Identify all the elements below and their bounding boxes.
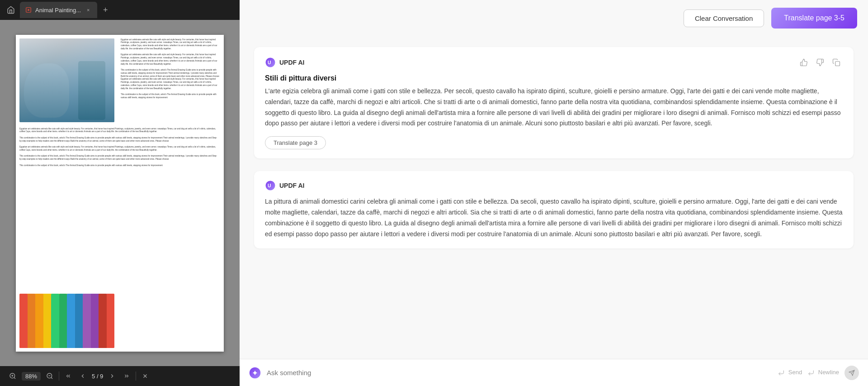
last-page-button[interactable] <box>121 371 132 381</box>
pdf-page: Egyptian art celebrates animals like cat… <box>16 35 224 352</box>
send-button[interactable] <box>844 366 859 380</box>
zoom-out-button[interactable] <box>44 371 55 381</box>
newline-shortcut: Newline <box>807 369 839 376</box>
updf-logo-icon: U <box>265 57 276 68</box>
pdf-toolbar: 88% 5 / 9 <box>0 366 240 386</box>
chat-message-1: U UPDF AI <box>254 47 854 158</box>
zoom-in-button[interactable] <box>7 371 18 381</box>
pdf-text-bottom: Egyptian art celebrates animals like cat… <box>19 128 218 167</box>
divider-1 <box>59 372 59 381</box>
updf-logo-2: U UPDF AI <box>265 180 304 191</box>
tab-label: Animal Painting... <box>35 7 81 14</box>
first-page-button[interactable] <box>63 371 74 381</box>
message-body-2: La pittura di animali domestici carini c… <box>265 196 843 239</box>
pdf-viewport: Egyptian art celebrates animals like cat… <box>0 20 240 366</box>
message-actions-1 <box>797 56 843 69</box>
send-shortcut: Send <box>778 369 802 376</box>
close-button[interactable] <box>140 371 151 381</box>
svg-line-4 <box>14 377 15 379</box>
zoom-level[interactable]: 88% <box>22 372 41 381</box>
add-tab-button[interactable]: + <box>99 4 112 16</box>
thumbs-up-button-1[interactable] <box>797 56 810 69</box>
pdf-image-top <box>19 38 114 122</box>
chat-input-field[interactable] <box>267 369 772 376</box>
updf-sender-label-2: UPDF AI <box>279 182 304 189</box>
chat-header: Clear Conversation Translate page 3-5 <box>240 0 868 36</box>
tab-bar: Animal Painting... × + <box>0 0 240 20</box>
translate-pages-button[interactable]: Translate page 3-5 <box>771 8 857 29</box>
prev-page-button[interactable] <box>77 371 88 381</box>
clear-conversation-button[interactable]: Clear Conversation <box>684 10 764 27</box>
active-tab[interactable]: Animal Painting... × <box>20 2 97 18</box>
chat-area: U UPDF AI <box>240 36 868 359</box>
svg-text:U: U <box>268 60 271 65</box>
right-panel: Clear Conversation Translate page 3-5 <box>240 0 868 386</box>
updf-logo-icon-2: U <box>265 180 276 191</box>
message-header-2: U UPDF AI <box>265 180 843 191</box>
message-header-1: U UPDF AI <box>265 56 843 69</box>
message-title-1: Stili di pittura diversi <box>265 74 843 82</box>
message-body-1: L'arte egizia celebra gli animali come i… <box>265 86 843 129</box>
pdf-text-top-right: Egyptian art celebrates animals like cat… <box>121 38 220 100</box>
next-page-button[interactable] <box>107 371 118 381</box>
thumbs-down-button-1[interactable] <box>814 56 826 69</box>
page-indicator: 5 / 9 <box>92 373 103 380</box>
copy-button-1[interactable] <box>830 56 843 69</box>
tab-close-button[interactable]: × <box>85 6 92 14</box>
updf-logo-1: U UPDF AI <box>265 57 304 68</box>
updf-sender-label-1: UPDF AI <box>279 59 304 66</box>
chat-message-2: U UPDF AI La pittura di animali domestic… <box>254 171 854 248</box>
left-panel: Animal Painting... × + Egyptian art cele… <box>0 0 240 386</box>
svg-text:U: U <box>268 183 271 188</box>
translate-page-3-button[interactable]: Translate page 3 <box>265 136 326 149</box>
divider-2 <box>136 372 136 381</box>
chat-input-area: Send Newline <box>240 359 868 386</box>
input-actions: Send Newline <box>778 366 859 380</box>
pdf-image-bottom <box>19 294 114 348</box>
svg-rect-14 <box>835 62 840 66</box>
ai-input-icon <box>249 367 261 379</box>
home-tab[interactable] <box>4 3 18 17</box>
svg-line-8 <box>51 377 52 379</box>
